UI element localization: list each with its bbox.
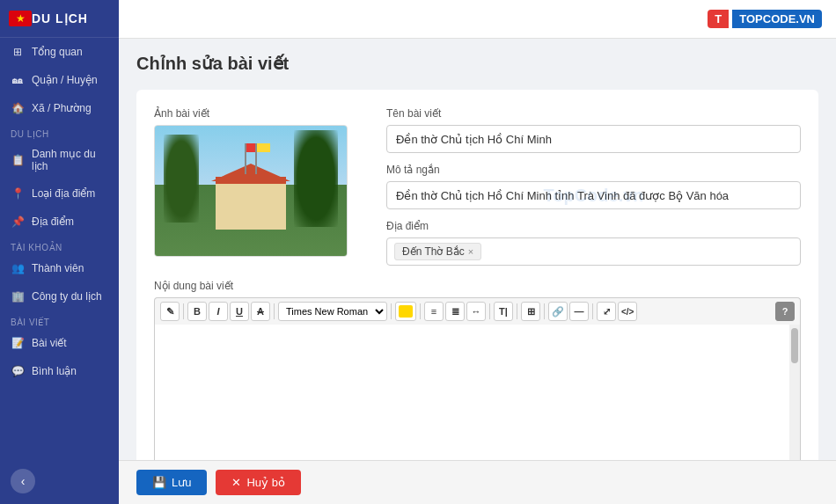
sidebar-label-quan-huyen: Quận / Huyện	[32, 74, 98, 86]
flag-pole-2	[255, 143, 257, 174]
location-tag-remove[interactable]: ×	[468, 246, 473, 257]
sidebar-item-quan-huyen[interactable]: 🏘 Quận / Huyện	[0, 66, 119, 94]
toolbar-ol-btn[interactable]: ≣	[445, 302, 465, 321]
toolbar-link-btn[interactable]: 🔗	[548, 302, 568, 321]
sidebar-label-xa-phuong: Xã / Phường	[32, 102, 92, 114]
toolbar-bold-btn[interactable]: B	[187, 302, 207, 321]
toolbar-highlight-btn[interactable]	[395, 302, 416, 321]
sidebar-label-thanh-vien: Thành viên	[32, 262, 84, 274]
location-tag: Đến Thờ Bắc ×	[394, 243, 481, 260]
members-icon: 👥	[11, 261, 25, 275]
divider-5	[489, 303, 490, 319]
field-title: Tên bài viết	[386, 107, 801, 153]
cancel-button[interactable]: ✕ Huỷ bỏ	[216, 470, 300, 495]
cancel-icon: ✕	[231, 476, 241, 489]
divider-3	[391, 303, 392, 319]
title-input[interactable]	[386, 125, 801, 153]
location-label: Địa điểm	[386, 220, 801, 232]
field-location: Địa điểm Đến Thờ Bắc ×	[386, 220, 801, 266]
sidebar-logo: ★ DU LỊCH	[0, 0, 119, 38]
toolbar-source-btn[interactable]: </>	[618, 302, 637, 321]
editor-body[interactable]	[154, 325, 801, 460]
highlight-icon	[399, 305, 413, 318]
desc-wrapper: TopCode.vn	[386, 181, 801, 209]
sidebar-label-danh-muc: Danh mục du lịch	[32, 148, 108, 172]
tree-left	[164, 135, 199, 223]
flag-icon: ★	[9, 11, 32, 26]
sidebar-label-bai-viet: Bài viết	[32, 337, 67, 349]
sidebar-item-danh-muc[interactable]: 📋 Danh mục du lịch	[0, 141, 119, 179]
toolbar-underline-btn[interactable]: U	[230, 302, 249, 321]
sidebar-item-dia-diem[interactable]: 📌 Địa điểm	[0, 208, 119, 236]
star-icon: ★	[16, 13, 26, 24]
save-label: Lưu	[172, 476, 191, 489]
editor-scrollbar[interactable]	[789, 325, 800, 460]
save-button[interactable]: 💾 Lưu	[136, 470, 207, 495]
desc-label: Mô tả ngắn	[386, 164, 801, 176]
topcode-logo: T TOPCODE.VN	[708, 10, 822, 28]
section-tai-khoan: TÀI KHOẢN	[0, 236, 119, 254]
tree-right	[294, 130, 338, 227]
form-col-fields: Tên bài viết Mô tả ngắn TopCode.vn Địa đ	[386, 107, 801, 266]
sidebar-item-cong-ty[interactable]: 🏢 Công ty du lịch	[0, 282, 119, 310]
toolbar-help-btn[interactable]: ?	[775, 302, 795, 321]
form-card: Ảnh bài viết	[136, 90, 818, 460]
save-icon: 💾	[152, 476, 166, 489]
form-top-row: Ảnh bài viết	[154, 107, 801, 266]
toolbar-text-btn[interactable]: T|	[494, 302, 513, 321]
topcode-brand-text: TOPCODE.VN	[732, 10, 822, 28]
img-label: Ảnh bài viết	[154, 107, 365, 120]
temple-scene	[155, 126, 347, 256]
sidebar-item-thanh-vien[interactable]: 👥 Thành viên	[0, 254, 119, 282]
flag-pole-1	[245, 143, 246, 174]
desc-input[interactable]	[386, 181, 801, 209]
logo-text: DU LỊCH	[32, 11, 88, 26]
flags	[245, 143, 257, 174]
toolbar-table-btn[interactable]: ⊞	[521, 302, 540, 321]
cancel-label: Huỷ bỏ	[246, 476, 284, 489]
toolbar-fullscreen-btn[interactable]: ⤢	[597, 302, 616, 321]
toolbar-indent-btn[interactable]: ↔	[466, 302, 486, 321]
form-col-image: Ảnh bài viết	[154, 107, 365, 266]
page-body: Chỉnh sửa bài viết Ảnh bài viết	[119, 39, 836, 460]
company-icon: 🏢	[11, 289, 25, 303]
divider-2	[274, 303, 275, 319]
toolbar-ul-btn[interactable]: ≡	[424, 302, 444, 321]
divider-1	[183, 303, 184, 319]
sidebar-item-bai-viet[interactable]: 📝 Bài viết	[0, 329, 119, 357]
category-icon: 📋	[11, 153, 25, 167]
sidebar-item-tong-quan[interactable]: ⊞ Tổng quan	[0, 38, 119, 66]
divider-8	[592, 303, 593, 319]
sidebar-item-xa-phuong[interactable]: 🏠 Xã / Phường	[0, 94, 119, 122]
sidebar-item-binh-luan[interactable]: 💬 Bình luận	[0, 357, 119, 385]
sidebar-label-cong-ty: Công ty du lịch	[32, 290, 102, 303]
location-input-wrapper[interactable]: Đến Thờ Bắc ×	[386, 237, 801, 266]
grid-icon: ⊞	[11, 45, 25, 59]
field-desc: Mô tả ngắn TopCode.vn	[386, 164, 801, 209]
sidebar-label-loai: Loại địa điểm	[32, 187, 95, 200]
divider-7	[544, 303, 545, 319]
sidebar-label-tong-quan: Tổng quan	[32, 46, 83, 58]
section-du-lich: DU LỊCH	[0, 122, 119, 141]
sidebar: ★ DU LỊCH ⊞ Tổng quan 🏘 Quận / Huyện 🏠 X…	[0, 0, 119, 504]
toolbar-italic-btn[interactable]: I	[209, 302, 228, 321]
sidebar-collapse-button[interactable]: ‹	[11, 469, 35, 493]
toolbar-font-select[interactable]: Times New Roman	[278, 302, 387, 321]
sidebar-item-loai-dia-diem[interactable]: 📍 Loại địa điểm	[0, 179, 119, 208]
type-icon: 📍	[11, 186, 25, 201]
divider-6	[517, 303, 517, 319]
article-image-preview	[154, 125, 348, 257]
article-icon: 📝	[11, 336, 25, 350]
toolbar-rule-btn[interactable]: —	[569, 302, 589, 321]
district-icon: 🏘	[11, 73, 25, 87]
toolbar-pencil-btn[interactable]: ✎	[160, 302, 180, 321]
page-title: Chỉnh sửa bài viết	[136, 53, 818, 74]
toolbar-strikethrough-btn[interactable]: A	[251, 302, 270, 321]
location-tag-text: Đến Thờ Bắc	[402, 245, 465, 258]
content-label: Nội dung bài viết	[154, 280, 801, 292]
divider-4	[420, 303, 421, 319]
flag-yellow	[257, 143, 270, 152]
footer-bar: 💾 Lưu ✕ Huỷ bỏ	[119, 460, 836, 504]
building	[216, 177, 286, 230]
topcode-badge-icon: T	[708, 10, 729, 28]
